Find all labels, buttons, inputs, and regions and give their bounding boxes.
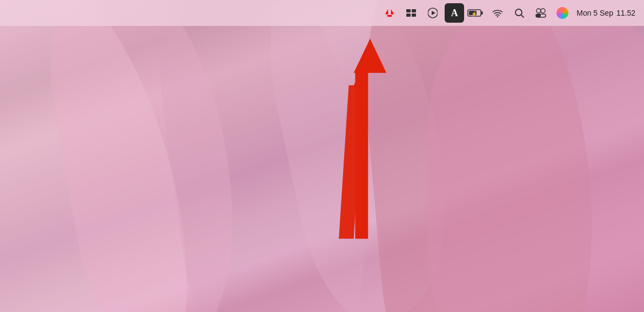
menubar: A ⚡ bbox=[0, 0, 644, 26]
wifi-icon[interactable] bbox=[488, 3, 507, 23]
menubar-time: 11.52 bbox=[616, 9, 635, 17]
siri-icon[interactable] bbox=[553, 3, 572, 23]
svg-rect-2 bbox=[406, 13, 411, 17]
control-center-icon[interactable] bbox=[531, 3, 551, 23]
svg-point-11 bbox=[515, 9, 522, 16]
svg-text:⚡: ⚡ bbox=[471, 11, 478, 17]
adobe-creative-cloud-icon[interactable] bbox=[380, 3, 399, 23]
menubar-datetime: Mon 5 Sep 11.52 bbox=[576, 9, 635, 17]
play-button-icon[interactable] bbox=[423, 3, 442, 23]
svg-rect-3 bbox=[412, 13, 416, 17]
font-manager-icon[interactable]: A bbox=[445, 3, 464, 23]
svg-rect-1 bbox=[412, 9, 416, 12]
svg-point-14 bbox=[541, 9, 545, 13]
spotlight-search-icon[interactable] bbox=[509, 3, 529, 23]
svg-rect-0 bbox=[406, 9, 411, 12]
svg-rect-16 bbox=[536, 14, 541, 17]
svg-marker-5 bbox=[432, 11, 435, 15]
battery-charging-icon[interactable]: ⚡ bbox=[466, 3, 486, 23]
grid-app-icon[interactable] bbox=[401, 3, 421, 23]
svg-point-13 bbox=[536, 9, 541, 13]
wave-6 bbox=[428, 0, 644, 312]
menubar-date: Mon 5 Sep bbox=[576, 9, 613, 17]
menubar-icons: A ⚡ bbox=[380, 3, 572, 23]
wave-shapes bbox=[0, 0, 644, 312]
svg-rect-7 bbox=[481, 11, 483, 15]
svg-line-12 bbox=[521, 15, 524, 17]
svg-point-10 bbox=[497, 16, 499, 17]
wallpaper bbox=[0, 0, 644, 312]
